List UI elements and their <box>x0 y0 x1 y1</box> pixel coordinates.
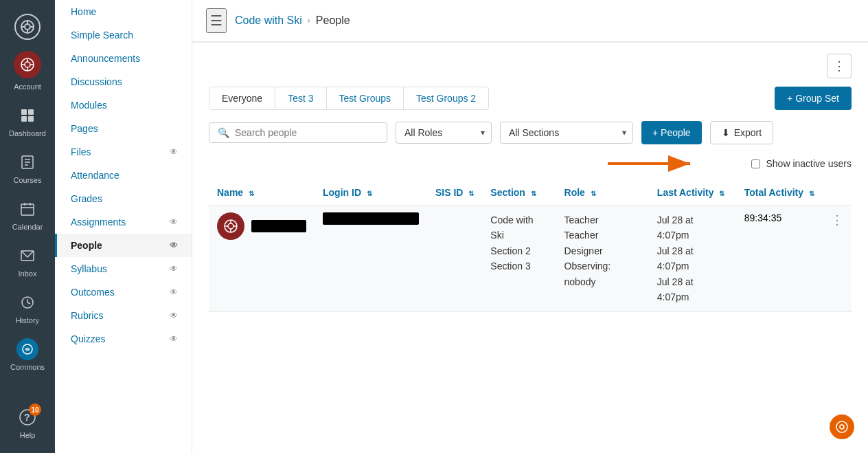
person-login-cell <box>315 206 427 312</box>
nav-account[interactable]: Account <box>0 44 55 98</box>
nav-attendance-label: Attendance <box>71 170 119 181</box>
breadcrumb-current: People <box>316 14 350 27</box>
th-login-id[interactable]: Login ID ⇅ <box>315 180 427 206</box>
nav-quizzes[interactable]: Quizzes 👁 <box>55 327 192 351</box>
roles-select-wrapper: All Roles Teacher Student TA Observer De… <box>396 122 492 144</box>
global-nav: Account Dashboard Courses <box>0 0 55 453</box>
breadcrumb-course[interactable]: Code with Ski <box>235 14 302 27</box>
role-header-label: Role <box>564 187 585 198</box>
search-input[interactable] <box>235 127 378 138</box>
export-label: Export <box>734 127 762 138</box>
inactive-row: Show inactive users <box>209 158 852 169</box>
svg-point-7 <box>25 62 30 67</box>
person-name-redacted <box>251 220 306 232</box>
nav-rubrics-label: Rubrics <box>71 310 103 321</box>
outcomes-visibility-icon[interactable]: 👁 <box>170 287 178 297</box>
calendar-icon <box>16 198 38 220</box>
th-last-activity[interactable]: Last Activity ⇅ <box>649 180 736 206</box>
nav-dashboard[interactable]: Dashboard <box>0 98 55 144</box>
th-role[interactable]: Role ⇅ <box>556 180 649 206</box>
person-actions-cell: ⋮ <box>823 206 852 312</box>
nav-discussions[interactable]: Discussions <box>55 70 192 93</box>
arrow-annotation <box>604 150 700 177</box>
tab-testgroups[interactable]: Test Groups <box>327 87 404 109</box>
content-area: ⋮ Everyone Test 3 Test Groups Test Group… <box>192 43 868 453</box>
person-last-activity-cell: Jul 28 at 4:07pmJul 28 at 4:07pmJul 28 a… <box>649 206 736 312</box>
nav-help[interactable]: ? 10 Help <box>0 399 55 446</box>
nav-pages[interactable]: Pages <box>55 117 192 140</box>
name-header-label: Name <box>217 187 243 198</box>
svg-text:?: ? <box>24 412 30 423</box>
canvas-fab[interactable] <box>830 415 854 439</box>
rubrics-visibility-icon[interactable]: 👁 <box>170 311 178 320</box>
svg-point-1 <box>25 24 30 30</box>
last-activity-header-label: Last Activity <box>657 187 714 198</box>
tab-test3[interactable]: Test 3 <box>275 87 326 109</box>
section-sort-icon: ⇅ <box>531 190 536 197</box>
nav-help-label: Help <box>20 431 36 439</box>
files-visibility-icon[interactable]: 👁 <box>170 147 178 157</box>
nav-home[interactable]: Home <box>55 0 192 23</box>
nav-files[interactable]: Files 👁 <box>55 140 192 164</box>
history-icon <box>16 291 38 313</box>
add-people-button[interactable]: + People <box>641 121 702 144</box>
th-name[interactable]: Name ⇅ <box>209 180 315 206</box>
svg-rect-14 <box>21 116 27 122</box>
nav-quizzes-label: Quizzes <box>71 333 106 344</box>
nav-people[interactable]: People 👁 <box>55 234 192 257</box>
nav-courses[interactable]: Courses <box>0 144 55 191</box>
roles-select[interactable]: All Roles Teacher Student TA Observer De… <box>396 122 492 144</box>
th-section[interactable]: Section ⇅ <box>482 180 556 206</box>
nav-calendar[interactable]: Calendar <box>0 191 55 238</box>
nav-people-label: People <box>71 240 102 251</box>
nav-simple-search[interactable]: Simple Search <box>55 23 192 47</box>
svg-point-38 <box>840 425 844 429</box>
nav-discussions-label: Discussions <box>71 76 122 87</box>
people-visibility-icon[interactable]: 👁 <box>170 241 178 250</box>
dashboard-icon <box>16 104 38 126</box>
people-table: Name ⇅ Login ID ⇅ SIS ID ⇅ Section ⇅ <box>209 180 852 312</box>
courses-icon <box>16 151 38 173</box>
tabs: Everyone Test 3 Test Groups Test Groups … <box>209 87 489 110</box>
add-group-set-button[interactable]: + Group Set <box>775 87 852 110</box>
assignments-visibility-icon[interactable]: 👁 <box>170 217 178 227</box>
th-total-activity[interactable]: Total Activity ⇅ <box>736 180 823 206</box>
nav-logo[interactable] <box>0 7 55 44</box>
th-sis-id[interactable]: SIS ID ⇅ <box>427 180 482 206</box>
show-inactive-checkbox[interactable] <box>751 159 760 168</box>
total-activity-header-label: Total Activity <box>744 187 803 198</box>
nav-commons[interactable]: Commons <box>0 331 55 378</box>
nav-attendance[interactable]: Attendance <box>55 164 192 187</box>
person-role-cell: TeacherTeacherDesignerObserving: nobody <box>556 206 649 312</box>
commons-icon <box>16 338 38 360</box>
role-sort-icon: ⇅ <box>591 190 596 197</box>
nav-outcomes[interactable]: Outcomes 👁 <box>55 280 192 304</box>
breadcrumb: Code with Ski › People <box>235 14 350 27</box>
tab-testgroups2[interactable]: Test Groups 2 <box>404 87 488 109</box>
nav-syllabus[interactable]: Syllabus 👁 <box>55 257 192 280</box>
sections-select[interactable]: All Sections Code with Ski Section 2 Sec… <box>500 122 633 144</box>
nav-courses-label: Courses <box>14 176 42 184</box>
nav-modules[interactable]: Modules <box>55 93 192 117</box>
page-header: ☰ Code with Ski › People <box>192 0 868 42</box>
nav-history-label: History <box>16 316 39 324</box>
syllabus-visibility-icon[interactable]: 👁 <box>170 264 178 274</box>
nav-announcements[interactable]: Announcements <box>55 47 192 70</box>
svg-point-37 <box>836 421 847 432</box>
nav-assignments[interactable]: Assignments 👁 <box>55 210 192 234</box>
tab-everyone[interactable]: Everyone <box>209 87 275 109</box>
nav-grades[interactable]: Grades <box>55 187 192 210</box>
nav-files-label: Files <box>71 146 91 157</box>
login-sort-icon: ⇅ <box>367 190 372 197</box>
quizzes-visibility-icon[interactable]: 👁 <box>170 334 178 344</box>
main-content: ☰ Code with Ski › People ⋮ Everyone Test… <box>192 0 868 453</box>
export-button[interactable]: ⬇ Export <box>710 121 773 144</box>
person-row-actions-button[interactable]: ⋮ <box>831 212 843 228</box>
nav-rubrics[interactable]: Rubrics 👁 <box>55 304 192 327</box>
more-options-button[interactable]: ⋮ <box>827 54 852 78</box>
sis-sort-icon: ⇅ <box>468 190 474 197</box>
nav-history[interactable]: History <box>0 285 55 331</box>
hamburger-button[interactable]: ☰ <box>206 8 227 33</box>
nav-inbox[interactable]: Inbox <box>0 238 55 285</box>
show-inactive-text: Show inactive users <box>766 158 852 169</box>
